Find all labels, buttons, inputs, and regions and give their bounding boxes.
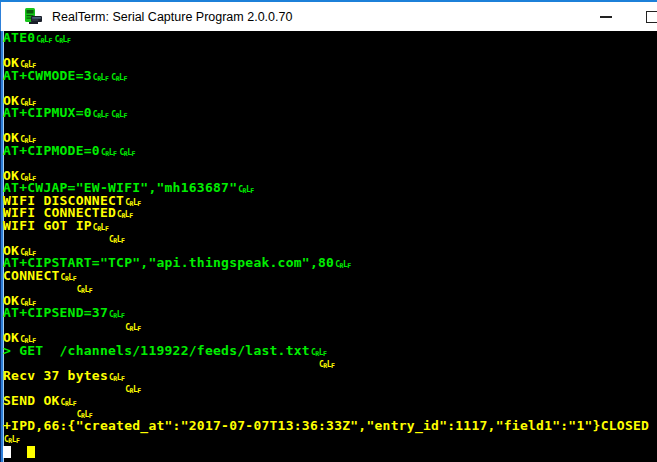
terminal-line: AT+CWMODE=3CRLFCRLF xyxy=(3,70,653,83)
terminal-line: CRLF xyxy=(3,282,653,295)
crlf-control-icon: CRLF xyxy=(109,232,125,247)
terminal-line: CONNECTCRLF xyxy=(3,270,653,283)
crlf-control-icon: CRLF xyxy=(117,207,133,222)
terminal-line: CRLF xyxy=(3,232,653,245)
terminal-line: OKCRLF xyxy=(3,132,653,145)
terminal-line: OKCRLF xyxy=(3,95,653,108)
terminal-line: AT+CIPMUX=0CRLFCRLF xyxy=(3,107,653,120)
terminal-line: CRLF xyxy=(3,432,653,445)
terminal-line xyxy=(3,45,653,58)
crlf-control-icon: CRLF xyxy=(335,257,351,272)
crlf-control-icon: CRLF xyxy=(93,70,109,85)
minimize-icon xyxy=(600,16,612,18)
titlebar[interactable]: RealTerm: Serial Capture Program 2.0.0.7… xyxy=(0,2,657,31)
maximize-icon xyxy=(646,11,657,23)
crlf-control-icon: CRLF xyxy=(77,282,93,297)
terminal-line: WIFI CONNECTEDCRLF xyxy=(3,207,653,220)
rx-text: +IPD,66:{"created_at":"2017-07-07T13:36:… xyxy=(3,418,649,433)
crlf-control-icon: CRLF xyxy=(119,145,135,160)
cursor-block-yellow xyxy=(27,446,35,458)
maximize-button[interactable] xyxy=(635,2,657,31)
crlf-control-icon: CRLF xyxy=(55,32,71,47)
tx-text: ATE0 xyxy=(3,30,35,45)
terminal-output: ATE0CRLFCRLFOKCRLFAT+CWMODE=3CRLFCRLFOKC… xyxy=(3,32,653,457)
terminal-line: ATE0CRLFCRLF xyxy=(3,32,653,45)
crlf-control-icon: CRLF xyxy=(125,382,141,397)
tx-text: AT+CIPMUX=0 xyxy=(3,105,92,120)
cursor-block-white xyxy=(3,446,11,458)
terminal-line: OKCRLF xyxy=(3,57,653,70)
terminal-screen[interactable]: ATE0CRLFCRLFOKCRLFAT+CWMODE=3CRLFCRLFOKC… xyxy=(0,31,657,462)
realterm-app-icon xyxy=(24,7,43,26)
crlf-control-icon: CRLF xyxy=(93,107,109,122)
terminal-line: AT+CIPMODE=0CRLFCRLF xyxy=(3,145,653,158)
terminal-line xyxy=(3,445,653,458)
terminal-line: +IPD,66:{"created_at":"2017-07-07T13:36:… xyxy=(3,420,653,433)
terminal-line: CRLF xyxy=(3,382,653,395)
minimize-button[interactable] xyxy=(589,2,623,31)
realterm-window: RealTerm: Serial Capture Program 2.0.0.7… xyxy=(0,0,657,462)
tx-text: AT+CWMODE=3 xyxy=(3,68,92,83)
tx-text: AT+CIPMODE=0 xyxy=(3,143,100,158)
crlf-control-icon: CRLF xyxy=(238,182,254,197)
window-title: RealTerm: Serial Capture Program 2.0.0.7… xyxy=(52,10,292,24)
terminal-line: CRLF xyxy=(3,320,653,333)
terminal-line: AT+CIPSTART="TCP","api.thingspeak.com",8… xyxy=(3,257,653,270)
terminal-line: WIFI GOT IPCRLF xyxy=(3,220,653,233)
crlf-control-icon: CRLF xyxy=(125,320,141,335)
terminal-line: SEND OKCRLF xyxy=(3,395,653,408)
crlf-control-icon: CRLF xyxy=(111,107,127,122)
crlf-control-icon: CRLF xyxy=(36,32,52,47)
rx-text xyxy=(3,318,124,333)
crlf-control-icon: CRLF xyxy=(101,145,117,160)
crlf-control-icon: CRLF xyxy=(111,70,127,85)
crlf-control-icon: CRLF xyxy=(319,357,335,372)
